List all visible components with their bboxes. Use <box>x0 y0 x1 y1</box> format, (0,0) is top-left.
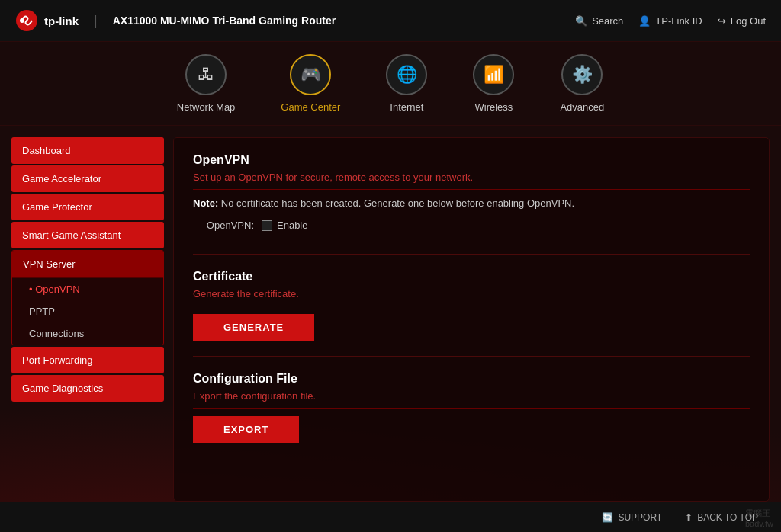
header-left: tp-link | AX11000 MU-MIMO Tri-Band Gamin… <box>15 9 336 32</box>
header-right: 🔍 Search 👤 TP-Link ID ↪ Log Out <box>575 15 766 27</box>
config-file-description: Export the configuration file. <box>193 390 750 409</box>
nav-item-game-center[interactable]: 🎮 Game Center <box>281 54 340 113</box>
openvpn-enable-label: Enable <box>277 220 307 231</box>
header-divider: | <box>94 13 98 29</box>
main-layout: Dashboard Game Accelerator Game Protecto… <box>0 126 781 502</box>
sidebar-sub-pptp[interactable]: PPTP <box>12 300 163 322</box>
logo-text: tp-link <box>44 14 79 27</box>
content-area: OpenVPN Set up an OpenVPN for secure, re… <box>173 137 770 502</box>
note-prefix: Note: <box>193 197 218 209</box>
openvpn-title: OpenVPN <box>193 153 750 167</box>
advanced-icon-circle: ⚙️ <box>561 54 603 95</box>
sidebar-sub-connections[interactable]: Connections <box>12 322 163 345</box>
generate-button[interactable]: GENERATE <box>193 314 314 341</box>
support-button[interactable]: 🔄 SUPPORT <box>602 512 662 523</box>
openvpn-note: Note: No certificate has been created. G… <box>193 197 750 209</box>
logout-button[interactable]: ↪ Log Out <box>718 15 766 27</box>
advanced-icon: ⚙️ <box>572 65 593 85</box>
openvpn-field-label: OpenVPN: <box>193 220 254 231</box>
sidebar-item-dashboard[interactable]: Dashboard <box>11 137 164 164</box>
wireless-icon: 📶 <box>484 65 504 85</box>
nav-item-internet[interactable]: 🌐 Internet <box>386 54 427 113</box>
openvpn-enable-checkbox[interactable] <box>262 220 272 231</box>
certificate-title: Certificate <box>193 270 750 284</box>
support-icon: 🔄 <box>602 512 613 523</box>
search-icon: 🔍 <box>575 15 587 27</box>
watermark: 電腦王badv.tw <box>745 508 773 528</box>
logout-icon: ↪ <box>718 15 726 27</box>
sidebar-vpn-server-group: VPN Server • OpenVPN PPTP Connections <box>11 250 164 345</box>
export-button[interactable]: EXPORT <box>193 416 299 443</box>
nav-item-wireless[interactable]: 📶 Wireless <box>473 54 514 113</box>
user-icon: 👤 <box>638 15 651 27</box>
config-file-title: Configuration File <box>193 372 750 386</box>
nav-label-advanced: Advanced <box>560 101 604 113</box>
openvpn-section: OpenVPN Set up an OpenVPN for secure, re… <box>193 153 750 255</box>
nav-label-internet: Internet <box>390 101 423 113</box>
nav-bar: 🖧 Network Map 🎮 Game Center 🌐 Internet 📶… <box>0 42 781 126</box>
certificate-section: Certificate Generate the certificate. GE… <box>193 270 750 357</box>
footer: 🔄 SUPPORT ⬆ BACK TO TOP <box>0 502 781 532</box>
sidebar-item-game-protector[interactable]: Game Protector <box>11 194 164 220</box>
network-map-icon-circle: 🖧 <box>185 54 227 95</box>
nav-item-advanced[interactable]: ⚙️ Advanced <box>560 54 604 113</box>
sidebar-sub-openvpn[interactable]: • OpenVPN <box>12 278 163 300</box>
nav-label-network-map: Network Map <box>177 101 236 113</box>
network-map-icon: 🖧 <box>198 65 214 85</box>
router-model: AX11000 MU-MIMO Tri-Band Gaming Router <box>113 14 336 27</box>
tp-link-logo-icon <box>15 9 38 32</box>
openvpn-form-row: OpenVPN: Enable <box>193 220 750 231</box>
wireless-icon-circle: 📶 <box>473 54 514 95</box>
tplink-id-button[interactable]: 👤 TP-Link ID <box>638 15 702 27</box>
config-file-section: Configuration File Export the configurat… <box>193 372 750 458</box>
game-center-icon: 🎮 <box>301 65 321 85</box>
svg-point-1 <box>20 18 24 23</box>
tp-link-logo: tp-link <box>15 9 79 32</box>
sidebar-item-port-forwarding[interactable]: Port Forwarding <box>11 347 164 373</box>
back-to-top-icon: ⬆ <box>685 512 693 523</box>
search-button[interactable]: 🔍 Search <box>575 15 623 27</box>
internet-icon-circle: 🌐 <box>386 54 427 95</box>
sidebar-item-game-accelerator[interactable]: Game Accelerator <box>11 165 164 192</box>
game-center-icon-circle: 🎮 <box>290 54 331 95</box>
openvpn-description: Set up an OpenVPN for secure, remote acc… <box>193 171 750 190</box>
nav-label-game-center: Game Center <box>281 101 340 113</box>
sidebar-vpn-submenu: • OpenVPN PPTP Connections <box>12 277 163 345</box>
note-content: No certificate has been created. Generat… <box>221 197 574 209</box>
header: tp-link | AX11000 MU-MIMO Tri-Band Gamin… <box>0 0 781 42</box>
openvpn-enable-container: Enable <box>262 220 307 231</box>
sidebar-item-game-diagnostics[interactable]: Game Diagnostics <box>11 375 164 402</box>
sidebar-item-smart-game-assistant[interactable]: Smart Game Assistant <box>11 222 164 248</box>
sidebar: Dashboard Game Accelerator Game Protecto… <box>11 137 164 502</box>
certificate-description: Generate the certificate. <box>193 288 750 306</box>
nav-label-wireless: Wireless <box>474 101 513 113</box>
sidebar-item-vpn-server[interactable]: VPN Server <box>12 251 163 277</box>
internet-icon: 🌐 <box>397 65 417 85</box>
nav-item-network-map[interactable]: 🖧 Network Map <box>177 54 236 113</box>
